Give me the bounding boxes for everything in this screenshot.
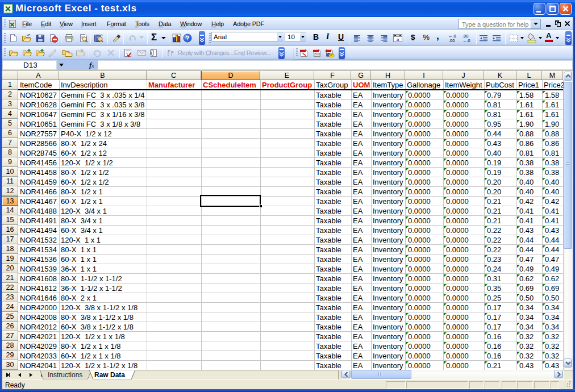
- svg-text:→.0: →.0: [463, 38, 470, 43]
- svg-text:Instructions: Instructions: [48, 371, 82, 379]
- svg-text:.00: .00: [449, 38, 455, 43]
- svg-text:?: ?: [186, 35, 190, 41]
- svg-text:Raw Data: Raw Data: [94, 371, 125, 379]
- svg-text:a: a: [397, 37, 399, 42]
